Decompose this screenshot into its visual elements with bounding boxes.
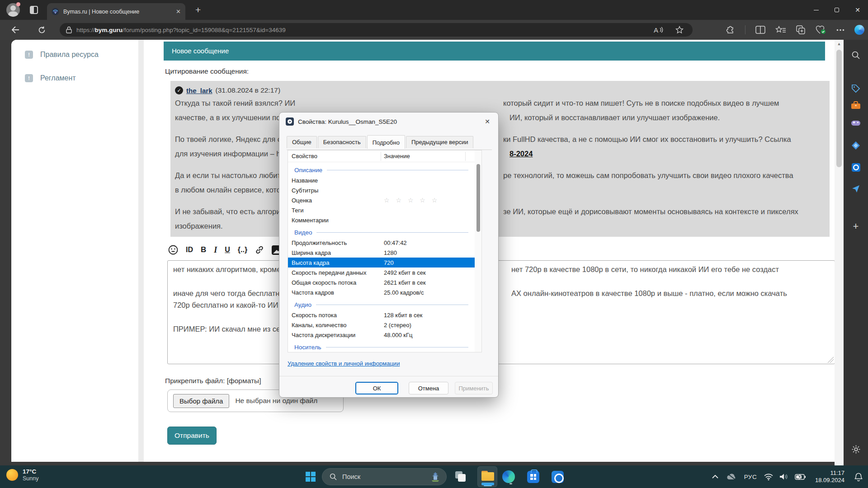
outlook-taskbar-button[interactable] [550,469,565,484]
ok-button[interactable]: ОК [355,382,398,394]
sidebar-m365-icon[interactable] [844,141,868,150]
maximize-button[interactable] [826,0,847,20]
sidebar-games-icon[interactable] [844,119,868,127]
choose-file-button[interactable]: Выбор файла [173,394,229,408]
list-scrollbar[interactable] [475,150,481,352]
file-explorer-button[interactable] [477,466,497,487]
property-row[interactable]: Комментарии [288,215,475,225]
sidebar-drop-icon[interactable] [844,184,868,193]
property-row[interactable]: Каналы, количество2 (стерео) [288,320,475,330]
address-bar[interactable]: https://bym.guru/forum/posting.php?topic… [60,23,693,37]
quote-link-fragment[interactable]: 8-2024 [509,150,533,158]
browser-tab[interactable]: Bymas.ru | Новое сообщение ✕ [47,3,185,20]
store-taskbar-button[interactable] [525,469,541,484]
italic-button[interactable]: I [214,245,217,255]
minimize-button[interactable] [806,0,826,20]
sidebar-settings-gear-icon[interactable] [844,445,868,454]
tray-chevron-icon[interactable] [708,475,723,479]
language-indicator[interactable]: РУС [740,474,761,480]
dialog-tab[interactable]: Общие [287,136,317,148]
property-row[interactable]: Скорость потока128 кбит в сек [288,310,475,320]
lock-icon [66,26,72,33]
refresh-icon[interactable] [33,20,50,40]
emoji-icon[interactable] [168,245,178,255]
sidebar-item[interactable]: !Регламент [11,70,138,87]
property-row[interactable]: Теги [288,205,475,215]
message-textarea[interactable]: нет никаких алгоритмов, кроме нет 720p в… [167,260,835,364]
dialog-close-icon[interactable]: ✕ [483,117,492,126]
remove-properties-link[interactable]: Удаление свойств и личной информации [288,360,400,367]
property-row[interactable]: Продолжительность00:47:42 [288,238,475,248]
property-row[interactable]: Общая скорость потока2621 кбит в сек [288,277,475,287]
textarea-resize-handle[interactable] [827,357,834,363]
underline-button[interactable]: U [225,246,230,254]
sidebar-item[interactable]: !Правила ресурса [11,46,138,63]
formats-link[interactable]: [форматы] [227,377,261,385]
property-section-header: Видео [288,227,475,238]
clock[interactable]: 11:17 18.09.2024 [815,469,844,484]
id-format-button[interactable]: ID [186,246,193,254]
weather-widget[interactable]: 17°C Sunny [6,468,38,482]
favorite-star-icon[interactable] [675,26,684,34]
verified-badge-icon: ✓ [175,86,183,94]
browser-essentials-icon[interactable] [816,25,826,35]
sidebar-search-icon[interactable] [844,51,868,60]
copilot-icon[interactable] [854,25,864,35]
wifi-icon[interactable] [761,474,776,480]
sidebar-shopping-tag-icon[interactable] [844,84,868,93]
split-screen-icon[interactable] [755,26,765,34]
quote-line: в любом онлайн сервисе, кото [175,186,281,194]
scrollbar-thumb[interactable] [836,50,842,167]
property-row[interactable]: Субтитры [288,185,475,195]
properties-list-rows: ОписаниеНазваниеСубтитрыОценка☆ ☆ ☆ ☆ ☆Т… [288,163,475,352]
battery-icon[interactable] [792,474,809,480]
extensions-icon[interactable] [726,25,735,34]
quote-date: (31.08.2024 в 22:17) [216,86,281,94]
list-scrollbar-thumb[interactable] [476,164,480,232]
property-row[interactable]: Оценка☆ ☆ ☆ ☆ ☆ [288,195,475,205]
tab-actions-icon[interactable] [30,6,38,14]
property-row[interactable]: Высота кадра720 [288,258,475,267]
dialog-tab[interactable]: Безопасность [318,136,366,148]
taskbar-search[interactable]: Поиск [322,468,447,485]
submit-button[interactable]: Отправить [167,427,217,445]
search-icon [330,473,337,480]
list-header: Свойство Значение [288,150,481,162]
dialog-tab[interactable]: Подробно [367,135,405,149]
back-icon[interactable] [7,20,24,40]
edge-taskbar-button[interactable] [501,469,516,484]
onedrive-icon[interactable] [723,473,740,480]
more-menu-icon[interactable] [836,29,844,31]
volume-icon[interactable] [776,473,792,480]
edge-sidebar: + [844,40,868,465]
notification-bell-icon[interactable] [849,473,868,481]
tab-close-icon[interactable]: ✕ [176,8,181,15]
property-row[interactable]: Скорость передачи данных2492 кбит в сек [288,267,475,277]
read-aloud-icon[interactable]: A [654,26,664,33]
sidebar-toolbox-icon[interactable] [844,101,868,109]
property-row[interactable]: Ширина кадра1280 [288,248,475,258]
task-view-button[interactable] [453,469,468,484]
property-row[interactable]: Частота кадров25.00 кадров/с [288,287,475,297]
link-button[interactable] [255,245,264,254]
quote-author-link[interactable]: the_lark [186,87,212,94]
sidebar-outlook-icon[interactable] [844,163,868,172]
cancel-button[interactable]: Отмена [409,382,448,394]
dialog-titlebar[interactable]: Свойства: Kurulus__Osman_S5E20 [279,113,498,131]
property-row[interactable]: Название [288,175,475,185]
scroll-up-icon[interactable]: ▲ [835,42,844,46]
window-controls: ✕ [806,0,868,20]
sidebar-item-label: Правила ресурса [40,51,99,59]
close-button[interactable]: ✕ [847,0,868,20]
dialog-tab[interactable]: Предыдущие версии [406,136,474,148]
new-tab-button[interactable]: + [195,5,201,15]
alert-icon: ! [25,74,33,82]
favorites-bar-icon[interactable] [775,26,786,34]
bold-button[interactable]: B [201,245,206,254]
sidebar-add-icon[interactable]: + [844,221,868,232]
page-scrollbar[interactable]: ▲ [835,40,844,465]
property-row[interactable]: Частота дискретизации48.000 кГц [288,330,475,340]
collections-icon[interactable] [796,25,806,34]
start-button[interactable] [306,472,316,482]
code-button[interactable]: {..} [238,246,247,254]
